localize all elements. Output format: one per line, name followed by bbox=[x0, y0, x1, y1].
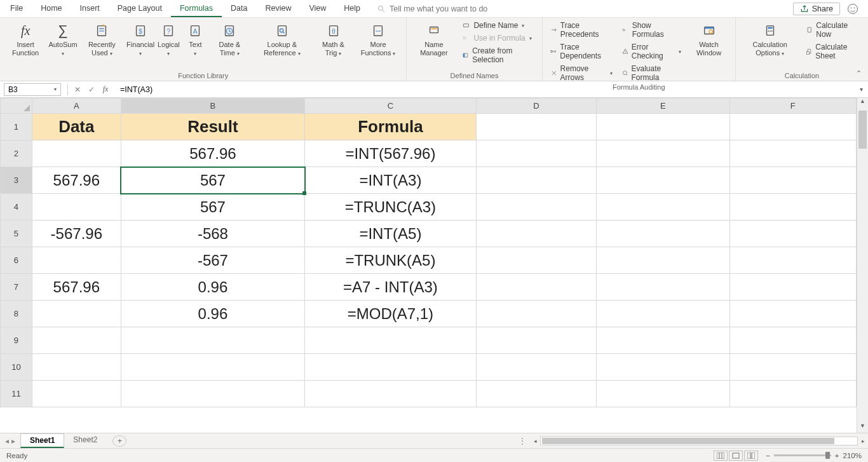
watch-window-button[interactable]: Watch Window bbox=[686, 20, 731, 83]
cell[interactable] bbox=[597, 327, 729, 354]
cell[interactable] bbox=[476, 354, 596, 381]
cancel-formula-icon[interactable]: ✕ bbox=[71, 85, 85, 94]
cell[interactable]: =TRUNK(A5) bbox=[305, 247, 477, 274]
financial-button[interactable]: $ Financial▾ bbox=[126, 20, 154, 58]
formula-input[interactable] bbox=[112, 85, 854, 94]
row-header[interactable]: 5 bbox=[1, 221, 32, 247]
cell[interactable] bbox=[597, 221, 729, 247]
column-header[interactable]: E bbox=[597, 99, 729, 114]
cell[interactable] bbox=[597, 114, 729, 140]
date-time-button[interactable]: Date & Time ▾ bbox=[209, 20, 250, 58]
math-trig-button[interactable]: θ Math & Trig ▾ bbox=[314, 20, 352, 58]
cell[interactable] bbox=[729, 140, 856, 167]
scroll-thumb[interactable] bbox=[858, 111, 867, 149]
menu-tab-formulas[interactable]: Formulas bbox=[171, 1, 222, 17]
menu-tab-file[interactable]: File bbox=[1, 1, 32, 17]
cell[interactable]: Formula bbox=[305, 114, 477, 140]
zoom-slider[interactable] bbox=[774, 454, 831, 456]
share-button[interactable]: Share bbox=[793, 3, 840, 15]
enter-formula-icon[interactable]: ✓ bbox=[85, 85, 98, 94]
cell[interactable] bbox=[305, 354, 477, 381]
zoom-in-icon[interactable]: + bbox=[835, 452, 839, 459]
cell[interactable]: =TRUNC(A3) bbox=[305, 194, 477, 221]
scroll-right-icon[interactable]: ▸ bbox=[858, 438, 868, 444]
cell[interactable] bbox=[729, 194, 856, 221]
cell[interactable] bbox=[121, 327, 304, 354]
cell-grid[interactable]: ABCDEF1DataResultFormula2567.96=INT(567.… bbox=[0, 98, 857, 433]
cell[interactable] bbox=[32, 194, 121, 221]
row-header[interactable]: 1 bbox=[1, 114, 32, 140]
lookup-reference-button[interactable]: Lookup & Reference ▾ bbox=[251, 20, 313, 58]
cell[interactable] bbox=[32, 381, 121, 407]
zoom-out-icon[interactable]: − bbox=[766, 452, 770, 459]
calculate-sheet-button[interactable]: Calculate Sheet bbox=[802, 41, 864, 62]
define-name-button[interactable]: Define Name▾ bbox=[458, 20, 538, 31]
cell[interactable] bbox=[32, 247, 121, 274]
cell[interactable] bbox=[476, 167, 596, 194]
cell[interactable] bbox=[597, 301, 729, 327]
cell[interactable] bbox=[729, 114, 856, 140]
cell[interactable]: -567 bbox=[121, 247, 304, 274]
row-header[interactable]: 2 bbox=[1, 140, 32, 167]
recently-used-button[interactable]: Recently Used ▾ bbox=[79, 20, 125, 58]
cell[interactable] bbox=[305, 327, 477, 354]
row-header[interactable]: 8 bbox=[1, 301, 32, 327]
cell[interactable] bbox=[476, 114, 596, 140]
cell[interactable] bbox=[305, 381, 477, 407]
row-header[interactable]: 10 bbox=[1, 354, 32, 381]
sheet-tab[interactable]: Sheet2 bbox=[64, 433, 106, 448]
cell[interactable]: 567.96 bbox=[32, 167, 121, 194]
cell[interactable] bbox=[476, 140, 596, 167]
column-header[interactable]: B bbox=[121, 99, 304, 114]
cell[interactable]: 567 bbox=[121, 194, 304, 221]
normal-view-icon[interactable] bbox=[714, 451, 728, 461]
zoom-control[interactable]: − + 210% bbox=[766, 452, 862, 459]
hscroll-split-icon[interactable]: ⋮ bbox=[519, 437, 526, 445]
cell[interactable]: Data bbox=[32, 114, 121, 140]
cell[interactable] bbox=[476, 221, 596, 247]
cell[interactable]: 0.96 bbox=[121, 301, 304, 327]
row-header[interactable]: 4 bbox=[1, 194, 32, 221]
cell[interactable]: Result bbox=[121, 114, 304, 140]
vertical-scrollbar[interactable]: ▲ ▼ bbox=[857, 98, 868, 433]
more-functions-button[interactable]: More Functions ▾ bbox=[354, 20, 403, 58]
cell[interactable] bbox=[597, 194, 729, 221]
calculate-now-button[interactable]: Calculate Now bbox=[802, 20, 864, 40]
cell[interactable]: =INT(A5) bbox=[305, 221, 477, 247]
cell[interactable] bbox=[597, 274, 729, 301]
cell[interactable] bbox=[729, 327, 856, 354]
column-header[interactable]: F bbox=[729, 99, 856, 114]
column-header[interactable]: A bbox=[32, 99, 121, 114]
cell[interactable] bbox=[729, 381, 856, 407]
cell[interactable] bbox=[121, 354, 304, 381]
cell[interactable] bbox=[32, 140, 121, 167]
menu-tab-view[interactable]: View bbox=[300, 1, 335, 17]
page-break-view-icon[interactable] bbox=[744, 451, 758, 461]
cell[interactable]: -567.96 bbox=[32, 221, 121, 247]
sheet-nav-buttons[interactable]: ◂▸ bbox=[0, 437, 20, 445]
cell[interactable] bbox=[476, 247, 596, 274]
cell[interactable]: =INT(567.96) bbox=[305, 140, 477, 167]
cell[interactable] bbox=[476, 274, 596, 301]
cell[interactable] bbox=[729, 354, 856, 381]
cell[interactable]: =MOD(A7,1) bbox=[305, 301, 477, 327]
tell-me-search[interactable]: Tell me what you want to do bbox=[369, 4, 487, 13]
cell[interactable] bbox=[597, 140, 729, 167]
row-header[interactable]: 3 bbox=[1, 167, 32, 194]
horizontal-scrollbar[interactable] bbox=[540, 437, 858, 445]
column-header[interactable]: D bbox=[476, 99, 596, 114]
chevron-down-icon[interactable]: ▾ bbox=[54, 86, 57, 92]
cell[interactable]: =INT(A3) bbox=[305, 167, 477, 194]
menu-tab-review[interactable]: Review bbox=[256, 1, 300, 17]
cell[interactable] bbox=[32, 327, 121, 354]
select-all-corner[interactable] bbox=[1, 99, 32, 114]
scroll-down-icon[interactable]: ▼ bbox=[857, 423, 868, 433]
menu-tab-insert[interactable]: Insert bbox=[71, 1, 109, 17]
cell[interactable] bbox=[476, 194, 596, 221]
cell[interactable] bbox=[729, 274, 856, 301]
autosum-button[interactable]: ∑ AutoSum▾ bbox=[48, 20, 77, 58]
cell[interactable] bbox=[729, 301, 856, 327]
cell[interactable] bbox=[597, 247, 729, 274]
cell[interactable] bbox=[121, 381, 304, 407]
cell[interactable]: -568 bbox=[121, 221, 304, 247]
